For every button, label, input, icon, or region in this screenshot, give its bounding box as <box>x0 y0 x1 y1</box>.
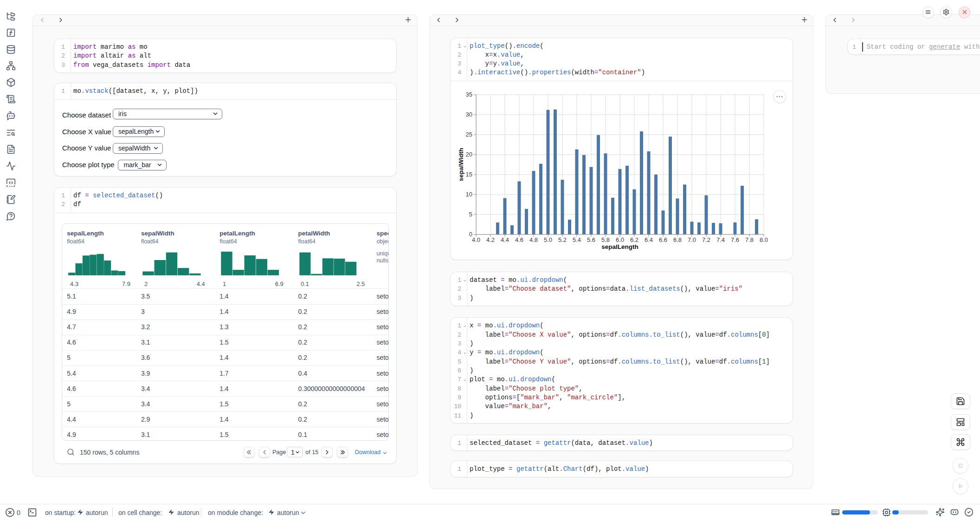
svg-text:7.4: 7.4 <box>716 236 725 243</box>
svg-text:sepalLength: sepalLength <box>601 243 638 250</box>
svg-text:6.2: 6.2 <box>630 236 638 243</box>
svg-text:25: 25 <box>466 131 472 138</box>
svg-text:5.2: 5.2 <box>558 236 567 243</box>
svg-text:6.0: 6.0 <box>616 236 624 243</box>
svg-text:7.0: 7.0 <box>688 236 696 243</box>
svg-text:5.4: 5.4 <box>573 236 581 243</box>
svg-text:sepalWidth: sepalWidth <box>458 148 464 181</box>
svg-text:4.6: 4.6 <box>515 236 523 243</box>
svg-text:20: 20 <box>466 151 472 158</box>
svg-text:8.0: 8.0 <box>760 236 768 243</box>
svg-text:6.6: 6.6 <box>659 236 667 243</box>
svg-text:7.8: 7.8 <box>745 236 754 243</box>
svg-text:5.8: 5.8 <box>601 236 610 243</box>
svg-text:7.6: 7.6 <box>731 236 739 243</box>
svg-text:5.0: 5.0 <box>544 236 552 243</box>
svg-text:7.2: 7.2 <box>702 236 710 243</box>
svg-text:4.2: 4.2 <box>486 236 495 243</box>
svg-text:6.8: 6.8 <box>673 236 682 243</box>
svg-text:15: 15 <box>466 171 472 178</box>
svg-text:6.4: 6.4 <box>645 236 653 243</box>
svg-text:5.6: 5.6 <box>587 236 595 243</box>
svg-text:5: 5 <box>469 211 472 218</box>
svg-text:4.0: 4.0 <box>472 236 480 243</box>
svg-text:10: 10 <box>466 191 472 198</box>
svg-text:4.8: 4.8 <box>529 236 538 243</box>
svg-text:4.4: 4.4 <box>501 236 509 243</box>
svg-text:35: 35 <box>466 91 472 98</box>
svg-text:30: 30 <box>466 111 472 118</box>
